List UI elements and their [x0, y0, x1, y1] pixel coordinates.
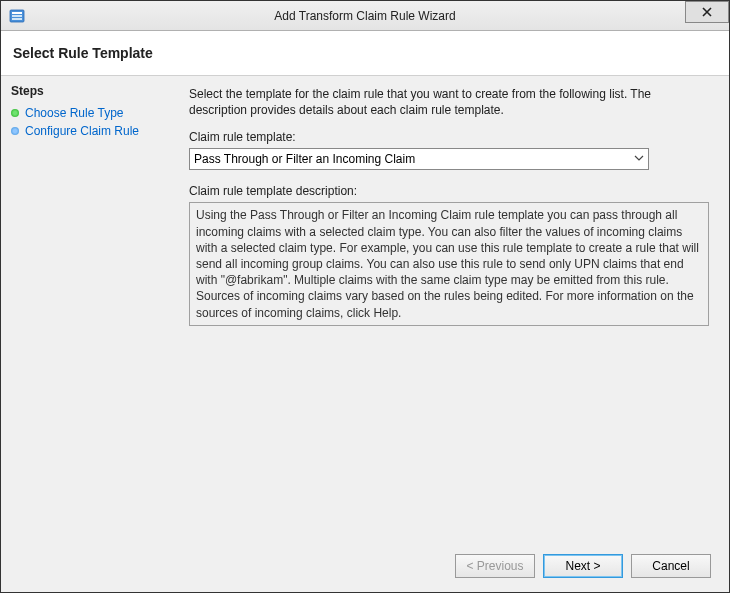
template-label: Claim rule template:	[189, 130, 711, 144]
step-choose-rule-type[interactable]: Choose Rule Type	[11, 104, 171, 122]
chevron-down-icon	[634, 153, 644, 165]
titlebar: Add Transform Claim Rule Wizard	[1, 1, 729, 31]
page-title: Select Rule Template	[13, 45, 153, 61]
svg-rect-2	[12, 15, 22, 17]
cancel-button[interactable]: Cancel	[631, 554, 711, 578]
step-bullet-active-icon	[11, 109, 19, 117]
app-icon	[9, 8, 25, 24]
wizard-main: Select the template for the claim rule t…	[181, 76, 729, 592]
step-bullet-inactive-icon	[11, 127, 19, 135]
close-icon	[702, 4, 712, 20]
wizard-header: Select Rule Template	[1, 31, 729, 76]
template-description-box: Using the Pass Through or Filter an Inco…	[189, 202, 709, 325]
instruction-text: Select the template for the claim rule t…	[189, 86, 711, 118]
dropdown-selected-value: Pass Through or Filter an Incoming Claim	[194, 152, 634, 166]
wizard-button-row: < Previous Next > Cancel	[455, 554, 711, 578]
claim-rule-template-dropdown[interactable]: Pass Through or Filter an Incoming Claim	[189, 148, 649, 170]
steps-sidebar: Steps Choose Rule Type Configure Claim R…	[1, 76, 181, 592]
description-label: Claim rule template description:	[189, 184, 711, 198]
next-button[interactable]: Next >	[543, 554, 623, 578]
step-label: Choose Rule Type	[25, 106, 124, 120]
wizard-content: Steps Choose Rule Type Configure Claim R…	[1, 76, 729, 592]
step-label: Configure Claim Rule	[25, 124, 139, 138]
steps-heading: Steps	[11, 84, 171, 98]
step-configure-claim-rule[interactable]: Configure Claim Rule	[11, 122, 171, 140]
close-button[interactable]	[685, 1, 729, 23]
svg-rect-1	[12, 12, 22, 14]
previous-button: < Previous	[455, 554, 535, 578]
svg-rect-3	[12, 18, 22, 20]
titlebar-title: Add Transform Claim Rule Wizard	[1, 9, 729, 23]
